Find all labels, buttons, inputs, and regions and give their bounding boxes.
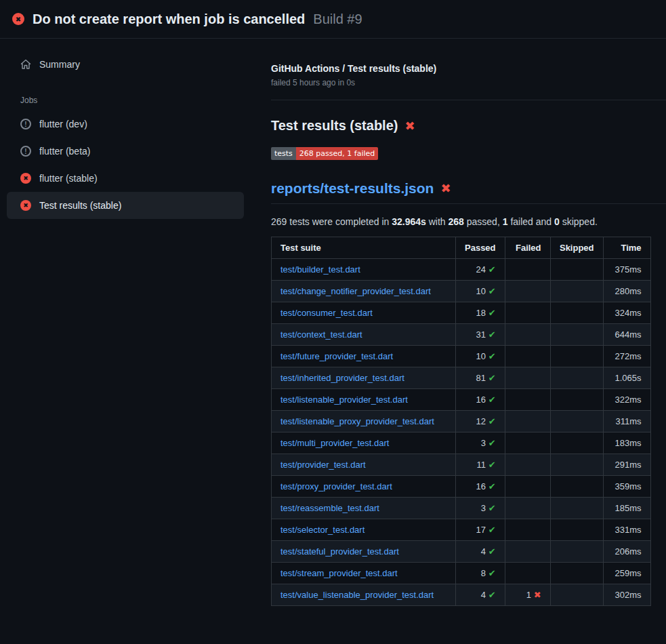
- x-circle-icon: ✖: [20, 173, 31, 184]
- alert-circle-icon: !: [20, 119, 31, 129]
- jobs-heading: Jobs: [20, 96, 251, 105]
- results-table-body: test/builder_test.dart24 ✔375mstest/chan…: [272, 259, 651, 606]
- sidebar-item-job[interactable]: ✖Test results (stable): [7, 192, 244, 219]
- page-title: Do not create report when job is cancell…: [33, 12, 305, 27]
- test-suite-link[interactable]: test/reassemble_test.dart: [280, 503, 379, 513]
- passed-cell: 11 ✔: [456, 454, 505, 476]
- skipped-cell: [550, 259, 603, 281]
- check-icon: ✔: [488, 568, 496, 578]
- test-suite-link[interactable]: test/change_notifier_provider_test.dart: [280, 286, 431, 296]
- test-suite-cell: test/consumer_test.dart: [272, 302, 456, 324]
- test-suite-cell: test/listenable_provider_test.dart: [272, 389, 456, 411]
- test-suite-cell: test/provider_test.dart: [272, 454, 456, 476]
- time-cell: 206ms: [603, 541, 650, 563]
- build-header: ✖ Do not create report when job is cance…: [0, 0, 666, 39]
- failed-cell: [505, 541, 550, 563]
- table-row: test/future_provider_test.dart10 ✔272ms: [272, 346, 651, 367]
- skipped-cell: [550, 498, 603, 519]
- table-row: test/selector_test.dart17 ✔331ms: [272, 519, 651, 541]
- failed-cell: [505, 389, 550, 411]
- alert-circle-icon: !: [20, 146, 31, 157]
- time-cell: 375ms: [603, 259, 650, 281]
- passed-cell: 81 ✔: [456, 367, 505, 389]
- sidebar-item-job[interactable]: !flutter (beta): [7, 138, 244, 165]
- time-cell: 185ms: [603, 498, 650, 519]
- test-suite-link[interactable]: test/listenable_proxy_provider_test.dart: [280, 416, 434, 426]
- test-suite-link[interactable]: test/value_listenable_provider_test.dart: [280, 590, 434, 600]
- time-cell: 331ms: [603, 519, 650, 541]
- passed-cell: 24 ✔: [456, 259, 505, 281]
- check-run-title: Test results (stable): [271, 118, 398, 134]
- passed-cell: 31 ✔: [456, 324, 505, 346]
- job-label: flutter (beta): [39, 146, 90, 157]
- failed-cell: [505, 259, 550, 281]
- divider: [271, 100, 666, 100]
- passed-cell: 4 ✔: [456, 584, 505, 606]
- col-header-failed: Failed: [505, 237, 550, 259]
- test-suite-link[interactable]: test/selector_test.dart: [280, 525, 365, 535]
- table-row: test/change_notifier_provider_test.dart1…: [272, 281, 651, 302]
- skipped-cell: [550, 584, 603, 606]
- test-suite-cell: test/context_test.dart: [272, 324, 456, 346]
- test-suite-cell: test/proxy_provider_test.dart: [272, 476, 456, 498]
- test-suite-link[interactable]: test/consumer_test.dart: [280, 308, 373, 318]
- skipped-cell: [550, 541, 603, 563]
- sidebar-item-job[interactable]: !flutter (dev): [7, 110, 244, 138]
- test-suite-link[interactable]: test/proxy_provider_test.dart: [280, 481, 392, 491]
- test-suite-link[interactable]: test/stateful_provider_test.dart: [280, 546, 399, 557]
- summary-line: 269 tests were completed in 32.964s with…: [271, 216, 666, 227]
- test-suite-cell: test/inherited_provider_test.dart: [272, 367, 456, 389]
- main-content: GitHub Actions / Test results (stable) f…: [251, 39, 666, 644]
- skipped-cell: [550, 432, 603, 454]
- time-cell: 324ms: [603, 302, 650, 324]
- sidebar-item-summary[interactable]: Summary: [7, 51, 244, 78]
- x-icon: ✖: [534, 590, 541, 600]
- test-suite-link[interactable]: test/future_provider_test.dart: [280, 351, 393, 361]
- check-icon: ✔: [488, 373, 496, 383]
- sidebar-item-job[interactable]: ✖flutter (stable): [7, 165, 244, 192]
- check-icon: ✔: [488, 308, 496, 318]
- passed-cell: 8 ✔: [456, 563, 505, 584]
- test-suite-link[interactable]: test/provider_test.dart: [280, 460, 366, 470]
- test-suite-link[interactable]: test/stream_provider_test.dart: [280, 568, 398, 578]
- passed-cell: 16 ✔: [456, 389, 505, 411]
- test-suite-link[interactable]: test/context_test.dart: [280, 329, 362, 340]
- passed-cell: 3 ✔: [456, 432, 505, 454]
- failed-cell: [505, 498, 550, 519]
- skipped-cell: [550, 519, 603, 541]
- passed-cell: 10 ✔: [456, 281, 505, 302]
- x-circle-icon: ✖: [12, 13, 24, 25]
- sidebar-summary-label: Summary: [39, 59, 80, 70]
- check-icon: ✔: [488, 525, 496, 535]
- test-suite-link[interactable]: test/inherited_provider_test.dart: [280, 373, 404, 383]
- test-suite-link[interactable]: test/listenable_provider_test.dart: [280, 395, 408, 405]
- time-cell: 302ms: [603, 584, 650, 606]
- x-circle-icon: ✖: [20, 200, 31, 211]
- failed-cell: [505, 324, 550, 346]
- report-file-link[interactable]: reports/test-results.json: [271, 180, 434, 197]
- job-label: Test results (stable): [39, 200, 121, 211]
- table-row: test/inherited_provider_test.dart81 ✔1.0…: [272, 367, 651, 389]
- test-suite-cell: test/reassemble_test.dart: [272, 498, 456, 519]
- passed-cell: 4 ✔: [456, 541, 505, 563]
- skipped-cell: [550, 476, 603, 498]
- test-suite-link[interactable]: test/builder_test.dart: [280, 264, 360, 275]
- skipped-cell: [550, 302, 603, 324]
- failed-cell: [505, 454, 550, 476]
- table-row: test/reassemble_test.dart3 ✔185ms: [272, 498, 651, 519]
- col-header-test-suite: Test suite: [272, 237, 456, 259]
- skipped-cell: [550, 367, 603, 389]
- sidebar: Summary Jobs !flutter (dev)!flutter (bet…: [0, 39, 251, 644]
- table-row: test/consumer_test.dart18 ✔324ms: [272, 302, 651, 324]
- failed-cell: [505, 411, 550, 432]
- table-row: test/listenable_provider_test.dart16 ✔32…: [272, 389, 651, 411]
- failed-cell: [505, 519, 550, 541]
- table-header-row: Test suite Passed Failed Skipped Time: [272, 237, 651, 259]
- passed-cell: 18 ✔: [456, 302, 505, 324]
- test-suite-link[interactable]: test/multi_provider_test.dart: [280, 438, 389, 448]
- table-row: test/stream_provider_test.dart8 ✔259ms: [272, 563, 651, 584]
- badge-label: tests: [271, 147, 296, 160]
- skipped-cell: [550, 346, 603, 367]
- test-suite-cell: test/future_provider_test.dart: [272, 346, 456, 367]
- failed-cell: 1 ✖: [505, 584, 550, 606]
